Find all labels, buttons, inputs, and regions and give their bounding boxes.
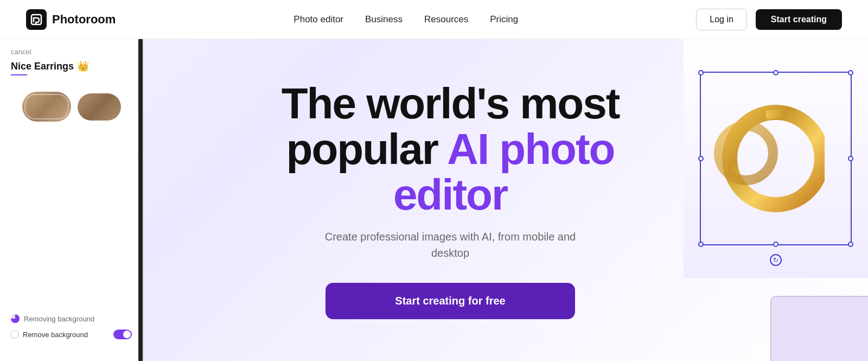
phone-title: Nice Earrings 👑 — [11, 60, 132, 72]
handle-top-left — [698, 70, 704, 75]
remove-bg-toggle[interactable] — [113, 330, 132, 339]
handle-top-right — [848, 70, 853, 75]
navbar-actions: Log in Start creating — [696, 9, 842, 30]
handle-bottom-right — [848, 242, 853, 247]
phone-mockup: cancel Nice Earrings 👑 + Removing backgr… — [0, 39, 144, 361]
hero-title: The world's most popular AI photo editor — [282, 81, 620, 218]
remove-background-row: Remove background — [11, 330, 132, 339]
handle-mid-left — [698, 156, 704, 161]
hero-title-line1: The world's most — [282, 79, 620, 128]
nav-photo-editor[interactable]: Photo editor — [293, 14, 343, 25]
handle-bottom-mid — [773, 242, 778, 247]
handle-top-mid — [773, 70, 778, 75]
removing-icon — [11, 314, 20, 323]
nav-links: Photo editor Business Resources Pricing — [293, 14, 518, 25]
tablet-mockup — [770, 296, 868, 361]
handle-mid-right — [848, 156, 853, 161]
phone-edge — [138, 39, 144, 361]
navbar: Photoroom Photo editor Business Resource… — [0, 0, 868, 39]
svg-rect-2 — [765, 109, 786, 119]
hero-title-purple: AI photo — [447, 125, 614, 173]
start-creating-button[interactable]: Start creating — [756, 9, 842, 30]
phone-bottom-controls: Removing background Remove background — [11, 314, 132, 339]
phone-cancel-label: cancel — [11, 48, 132, 56]
earring-visual — [705, 83, 835, 235]
phone-title-underline — [11, 74, 27, 75]
hero-section: cancel Nice Earrings 👑 + Removing backgr… — [0, 39, 868, 361]
login-button[interactable]: Log in — [696, 9, 747, 30]
hero-title-line2: popular — [286, 125, 448, 173]
hero-subtitle: Create professional images with AI, from… — [282, 229, 620, 261]
hero-content: The world's most popular AI photo editor… — [282, 81, 620, 319]
logo-icon — [26, 9, 47, 30]
rotate-handle: ↻ — [770, 254, 782, 266]
earring-mockup: ↻ — [684, 39, 868, 361]
bracelet-image-2 — [78, 93, 121, 121]
hero-title-line3: editor — [393, 170, 507, 219]
bracelet-image-1 — [22, 92, 71, 122]
removing-background-status: Removing background — [11, 314, 132, 323]
nav-pricing[interactable]: Pricing — [490, 14, 518, 25]
phone-image-area — [11, 92, 132, 122]
logo[interactable]: Photoroom — [26, 9, 116, 30]
handle-bottom-left — [698, 242, 704, 247]
logo-text: Photoroom — [52, 12, 116, 27]
remove-bg-checkbox[interactable] — [11, 331, 18, 338]
nav-business[interactable]: Business — [365, 14, 403, 25]
hero-cta-button[interactable]: Start creating for free — [326, 283, 575, 319]
earring-svg — [705, 83, 825, 224]
nav-resources[interactable]: Resources — [424, 14, 468, 25]
